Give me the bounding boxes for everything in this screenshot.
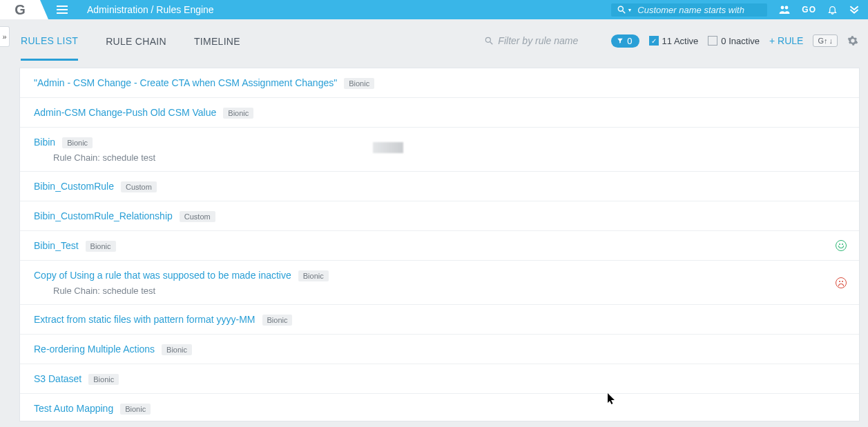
active-label: 11 Active: [662, 36, 699, 46]
tab-rule-chain[interactable]: RULE CHAIN: [106, 22, 166, 59]
rule-name-link[interactable]: Bibin: [34, 137, 55, 148]
rule-chain-label: Rule Chain: schedule test: [53, 152, 845, 163]
gear-icon[interactable]: [847, 35, 858, 46]
rule-name-link[interactable]: Re-ordering Multiple Actions: [34, 344, 155, 355]
rule-row[interactable]: Admin-CSM Change-Push Old CSM ValueBioni…: [20, 98, 859, 128]
active-checkbox[interactable]: ✓: [649, 36, 659, 46]
global-search[interactable]: ▼: [611, 3, 767, 17]
filter-count: 0: [627, 36, 632, 46]
rule-type-tag: Bionic: [62, 137, 93, 148]
rule-type-tag: Custom: [180, 211, 215, 222]
filter-pill[interactable]: 0: [611, 34, 639, 48]
expand-icon[interactable]: [849, 5, 860, 14]
rules-list: "Admin - CSM Change - Create CTA when CS…: [19, 68, 860, 421]
rule-row[interactable]: "Admin - CSM Change - Create CTA when CS…: [20, 68, 859, 98]
rule-row[interactable]: Bibin_CustomRule_RelationshipCustom: [20, 201, 859, 231]
rule-type-tag: Bionic: [88, 374, 119, 385]
rule-name-link[interactable]: S3 Dataset: [34, 373, 81, 384]
svg-point-4: [486, 37, 491, 42]
svg-point-3: [785, 6, 789, 10]
svg-line-5: [490, 42, 493, 45]
search-icon[interactable]: ▼: [617, 5, 632, 14]
rule-row[interactable]: Bibin_CustomRuleCustom: [20, 172, 859, 201]
breadcrumb: Administration / Rules Engine: [87, 4, 214, 15]
rule-chain-label: Rule Chain: schedule test: [53, 286, 845, 296]
add-rule-button[interactable]: + RULE: [769, 35, 803, 46]
topbar-right: ▼ GO: [611, 0, 860, 19]
sad-face-icon: [836, 277, 847, 288]
menu-icon[interactable]: [57, 6, 68, 14]
inactive-checkbox[interactable]: [708, 36, 717, 46]
rule-type-tag: Custom: [121, 181, 157, 192]
rule-row[interactable]: Re-ordering Multiple ActionsBionic: [20, 335, 859, 364]
funnel-icon: [617, 37, 624, 44]
rule-row[interactable]: BibinBionicRule Chain: schedule test: [20, 128, 859, 172]
tabs-row: RULES LIST RULE CHAIN TIMELINE 0 ✓ 11 Ac…: [14, 19, 868, 62]
rule-name-link[interactable]: Bibin_CustomRule_Relationship: [34, 210, 173, 221]
rule-type-tag: Bionic: [344, 78, 374, 89]
content-area: RULES LIST RULE CHAIN TIMELINE 0 ✓ 11 Ac…: [14, 19, 868, 427]
rule-type-tag: Bionic: [223, 108, 253, 119]
filter-input[interactable]: [498, 35, 601, 46]
svg-line-1: [623, 11, 626, 14]
rule-name-link[interactable]: Extract from static files with pattern f…: [34, 314, 255, 325]
filter-wrap: [484, 35, 601, 46]
app-logo[interactable]: G: [0, 0, 40, 19]
happy-face-icon: [836, 240, 847, 251]
tab-timeline[interactable]: TIMELINE: [194, 22, 240, 59]
rule-row[interactable]: S3 DatasetBionic: [20, 364, 859, 394]
people-icon[interactable]: [778, 4, 791, 15]
rule-type-tag: Bionic: [298, 270, 329, 281]
list-toolbar: 0 ✓ 11 Active 0 Inactive + RULE G↑ ↓: [484, 19, 858, 62]
filter-search-icon: [484, 36, 494, 46]
rule-name-link[interactable]: Test Auto Mapping: [34, 403, 113, 414]
rule-type-tag: Bionic: [162, 344, 192, 355]
global-search-input[interactable]: [637, 5, 762, 15]
bell-icon[interactable]: [827, 4, 838, 15]
rule-type-tag: Bionic: [262, 315, 293, 326]
topbar: G Administration / Rules Engine ▼ GO: [0, 0, 868, 19]
sort-button[interactable]: G↑ ↓: [813, 34, 838, 47]
rule-row[interactable]: Extract from static files with pattern f…: [20, 305, 859, 335]
rule-name-link[interactable]: Bibin_Test: [34, 240, 79, 251]
rule-name-link[interactable]: "Admin - CSM Change - Create CTA when CS…: [34, 77, 337, 88]
sort-arrow-icon: ↓: [829, 37, 833, 45]
svg-point-2: [781, 6, 784, 10]
rule-row[interactable]: Copy of Using a rule that was supposed t…: [20, 261, 859, 305]
rule-type-tag: Bionic: [86, 241, 116, 252]
redacted-area: [373, 142, 403, 153]
rule-type-tag: Bionic: [120, 404, 151, 415]
sidebar-collapse-handle[interactable]: »: [0, 26, 10, 47]
active-toggle[interactable]: ✓ 11 Active: [649, 36, 699, 46]
rule-name-link[interactable]: Copy of Using a rule that was supposed t…: [34, 270, 291, 281]
go-button[interactable]: GO: [802, 5, 816, 14]
rule-name-link[interactable]: Admin-CSM Change-Push Old CSM Value: [34, 107, 216, 118]
logo-letter: G: [15, 2, 26, 18]
inactive-label: 0 Inactive: [721, 36, 760, 46]
tab-rules-list[interactable]: RULES LIST: [21, 21, 78, 61]
rule-name-link[interactable]: Bibin_CustomRule: [34, 181, 114, 192]
svg-point-0: [619, 6, 624, 11]
rule-row[interactable]: Bibin_TestBionic: [20, 231, 859, 261]
rule-row[interactable]: Test Auto MappingBionic: [20, 394, 859, 421]
inactive-toggle[interactable]: 0 Inactive: [708, 36, 760, 46]
